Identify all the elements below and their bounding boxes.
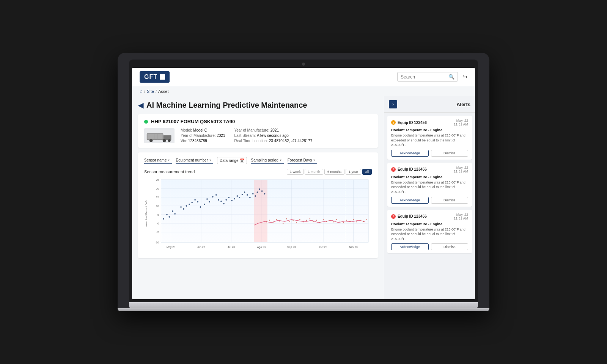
- meta-col-left: Model: Model Q Year of Manufacture: 2021…: [181, 128, 225, 143]
- home-icon[interactable]: ⌂: [140, 88, 143, 94]
- svg-point-97: [323, 219, 324, 220]
- time-btn-1month[interactable]: 1 month: [305, 169, 323, 175]
- search-icon: 🔍: [448, 74, 454, 80]
- svg-text:10: 10: [156, 204, 159, 208]
- data-range-filter[interactable]: Data range 📅: [217, 157, 247, 164]
- svg-text:Sep 23: Sep 23: [287, 245, 296, 249]
- svg-point-84: [279, 221, 280, 222]
- svg-text:-10: -10: [155, 241, 159, 245]
- time-btn-1year[interactable]: 1 year: [346, 169, 361, 175]
- svg-point-51: [189, 204, 190, 205]
- last-stream: Last Stream: A few seconds ago: [234, 133, 313, 138]
- svg-point-53: [194, 199, 196, 201]
- svg-point-104: [346, 220, 348, 221]
- alerts-panel: › Alerts ! Equip ID 123456: [384, 96, 475, 299]
- alert-card-2-header: ! Equip ID 123456 May, 22 11:31 AM: [391, 166, 468, 173]
- page-title: AI Machine Learning Predictive Maintenan…: [146, 101, 307, 110]
- alert-card-1: ! Equip ID 123456 May, 22 11:31 AM Coola…: [387, 116, 472, 160]
- chevron-down-icon: ▾: [168, 158, 170, 162]
- model-label: Model: Model Q: [181, 128, 225, 132]
- app-screen: GFT 🔍 ↪ ⌂ / Site /: [132, 68, 475, 299]
- svg-point-49: [183, 208, 184, 210]
- svg-text:Laser Led Current / μA: Laser Led Current / μA: [145, 200, 147, 228]
- screen-bezel: GFT 🔍 ↪ ⌂ / Site /: [129, 60, 478, 302]
- time-btn-1week[interactable]: 1 week: [287, 169, 304, 175]
- svg-point-64: [225, 199, 227, 201]
- time-btn-6months[interactable]: 6 months: [324, 169, 344, 175]
- chart-area: 25 20 15 10 5 0 -5 -10 Laser Led Cur: [144, 178, 372, 254]
- logo: GFT: [140, 71, 170, 83]
- alerts-list: ! Equip ID 123456 May, 22 11:31 AM Coola…: [384, 113, 475, 299]
- search-input[interactable]: [401, 74, 446, 80]
- alert-timestamp-2: May, 22 11:31 AM: [454, 166, 468, 173]
- svg-point-44: [166, 214, 168, 215]
- svg-point-71: [244, 191, 245, 193]
- alert-card-3: ! Equip ID 123456 May, 22 11:31 AM Coola…: [387, 210, 472, 254]
- svg-point-62: [220, 201, 222, 202]
- svg-point-78: [261, 190, 263, 192]
- sensor-name-filter[interactable]: Sensor name ▾: [144, 157, 172, 164]
- alerts-header: › Alerts: [384, 96, 475, 113]
- alert-equip-id-2: Equip ID 123456: [398, 167, 427, 171]
- page-title-row: ◀ AI Machine Learning Predictive Mainten…: [138, 101, 378, 110]
- svg-point-43: [163, 218, 164, 220]
- asset-meta: Model: Model Q Year of Manufacture: 2021…: [181, 128, 312, 143]
- svg-point-88: [292, 220, 294, 221]
- svg-point-55: [200, 206, 201, 208]
- alert-message-2: Engine coolant temperature was at 216.00…: [391, 180, 468, 195]
- alert-equip-id-3: Equip ID 123456: [398, 214, 427, 218]
- breadcrumb-current: Asset: [158, 89, 169, 94]
- svg-point-60: [215, 194, 217, 196]
- svg-point-80: [266, 221, 267, 223]
- time-buttons: 1 week 1 month 6 months 1 year all: [287, 169, 372, 175]
- header-right: 🔍 ↪: [397, 72, 467, 82]
- app-container: GFT 🔍 ↪ ⌂ / Site /: [132, 68, 475, 299]
- svg-text:Nov 23: Nov 23: [349, 245, 357, 249]
- chart-title-row: Sensor measurement trend 1 week 1 month …: [144, 169, 372, 175]
- header: GFT 🔍 ↪: [132, 68, 475, 86]
- alerts-title: Alerts: [456, 102, 470, 107]
- svg-point-107: [356, 221, 357, 223]
- time-btn-all[interactable]: all: [362, 169, 372, 175]
- svg-point-95: [316, 220, 317, 221]
- svg-text:Jun 23: Jun 23: [197, 245, 205, 249]
- svg-point-105: [349, 221, 351, 222]
- svg-text:15: 15: [156, 196, 159, 199]
- main-content: ◀ AI Machine Learning Predictive Mainten…: [132, 96, 475, 299]
- acknowledge-btn-2[interactable]: Acknowledge: [391, 197, 429, 204]
- dismiss-btn-2[interactable]: Dismiss: [431, 197, 469, 204]
- svg-point-96: [319, 222, 321, 223]
- forecast-days-filter[interactable]: Forecast Days ▾: [288, 157, 317, 164]
- sampling-period-filter[interactable]: Sampling period ▾: [251, 157, 283, 164]
- acknowledge-btn-3[interactable]: Acknowledge: [391, 243, 429, 250]
- asset-header: HHP 621007 FORUM QSK50T3 TA90: [144, 119, 372, 124]
- svg-point-2: [149, 139, 153, 142]
- alert-timestamp-3: May, 22 11:31 AM: [454, 213, 468, 220]
- acknowledge-btn-1[interactable]: Acknowledge: [391, 150, 429, 157]
- dismiss-btn-1[interactable]: Dismiss: [431, 150, 469, 157]
- svg-point-106: [353, 219, 354, 220]
- svg-point-90: [299, 219, 300, 220]
- alerts-toggle-button[interactable]: ›: [389, 100, 397, 108]
- search-bar[interactable]: 🔍: [397, 72, 458, 82]
- year-mfr-right: Year of Manufacture: 2021: [234, 128, 313, 132]
- dismiss-btn-3[interactable]: Dismiss: [431, 243, 469, 250]
- alert-actions-2: Acknowledge Dismiss: [391, 197, 468, 204]
- breadcrumb-site[interactable]: Site: [147, 89, 154, 94]
- svg-point-46: [172, 210, 173, 212]
- chart-svg: 25 20 15 10 5 0 -5 -10 Laser Led Cur: [144, 178, 372, 254]
- svg-point-75: [255, 195, 256, 197]
- svg-point-94: [313, 221, 314, 222]
- title-icon: ◀: [138, 101, 143, 110]
- chevron-right-icon: ›: [392, 102, 394, 107]
- alert-id-row-3: ! Equip ID 123456: [391, 214, 427, 219]
- asset-card: HHP 621007 FORUM QSK50T3 TA90: [138, 114, 378, 148]
- asset-details: Model: Model Q Year of Manufacture: 2021…: [144, 128, 372, 143]
- svg-point-87: [289, 221, 291, 222]
- alert-error-icon-3: !: [391, 214, 396, 219]
- svg-point-86: [286, 218, 287, 220]
- breadcrumb-sep-2: /: [156, 89, 157, 94]
- equipment-number-filter[interactable]: Equipment number ▾: [176, 157, 213, 164]
- logout-icon[interactable]: ↪: [462, 73, 467, 80]
- svg-text:5: 5: [157, 213, 159, 217]
